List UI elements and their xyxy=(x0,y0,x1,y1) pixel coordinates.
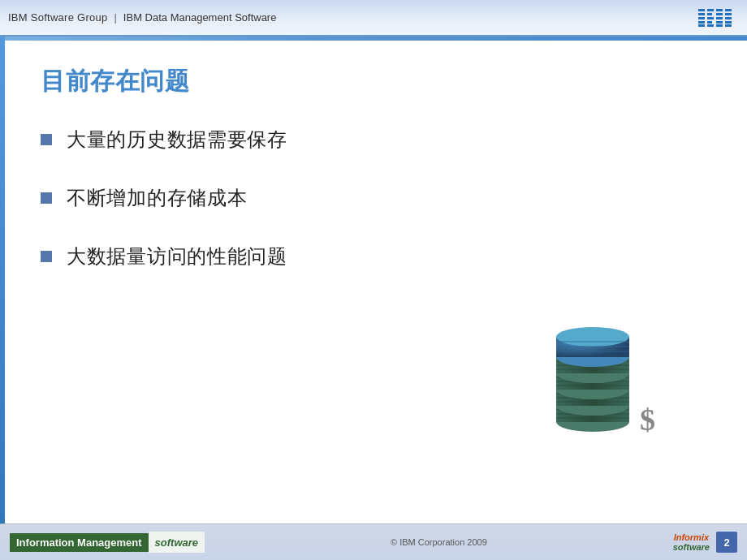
footer-informix-logo: Informix software xyxy=(673,532,710,552)
footer-software-text: software xyxy=(155,536,198,549)
main-content: 目前存在问题 大量的历史数据需要保存 不断增加的存储成本 大数据量访问的性能问题 xyxy=(0,37,747,523)
svg-rect-3 xyxy=(698,21,705,24)
slide-title: 目前存在问题 xyxy=(41,65,706,98)
bullet-marker-icon xyxy=(41,251,52,262)
svg-rect-9 xyxy=(707,24,714,27)
page-number: 2 xyxy=(716,532,737,553)
footer-right: Informix software 2 xyxy=(673,532,737,553)
footer-info-management: Information Management xyxy=(10,533,149,552)
footer-informix-top-text: Informix xyxy=(674,532,709,542)
bullet-marker-icon xyxy=(41,192,52,204)
header-title: IBM Software Group xyxy=(8,11,107,24)
list-item: 大数据量访问的性能问题 xyxy=(41,243,706,269)
svg-rect-7 xyxy=(707,17,714,19)
footer-left: Information Management software xyxy=(10,532,205,553)
footer-copyright: © IBM Corporation 2009 xyxy=(205,537,673,547)
svg-point-46 xyxy=(556,327,629,347)
svg-rect-12 xyxy=(716,17,723,19)
footer-bar: Information Management software © IBM Co… xyxy=(0,523,747,560)
svg-rect-6 xyxy=(707,13,712,15)
header-left: IBM Software Group | IBM Data Management… xyxy=(8,11,276,24)
svg-rect-10 xyxy=(716,9,723,11)
bullet-text: 大数据量访问的性能问题 xyxy=(67,243,287,269)
svg-rect-16 xyxy=(725,13,732,15)
list-item: 不断增加的存储成本 xyxy=(41,185,706,211)
svg-rect-19 xyxy=(725,24,732,27)
list-item: 大量的历史数据需要保存 xyxy=(41,127,706,153)
svg-rect-14 xyxy=(716,24,723,27)
svg-rect-2 xyxy=(698,17,705,19)
svg-rect-15 xyxy=(725,9,732,11)
database-illustration: $ xyxy=(520,280,682,442)
header-subtitle: IBM Data Management Software xyxy=(123,11,277,24)
svg-rect-4 xyxy=(698,24,705,27)
svg-rect-0 xyxy=(698,9,705,11)
svg-rect-18 xyxy=(725,21,732,24)
bullet-text: 不断增加的存储成本 xyxy=(67,185,247,211)
left-accent-bar xyxy=(0,37,5,523)
svg-rect-8 xyxy=(707,21,712,24)
header-bar: IBM Software Group | IBM Data Management… xyxy=(0,0,747,37)
footer-info-management-text: Information Management xyxy=(16,536,142,549)
svg-rect-13 xyxy=(716,21,723,24)
footer-informix-bottom-text: software xyxy=(673,542,710,552)
ibm-logo-icon xyxy=(698,9,737,27)
footer-software-label: software xyxy=(149,532,205,553)
header-divider: | xyxy=(114,11,116,24)
bullet-list: 大量的历史数据需要保存 不断增加的存储成本 大数据量访问的性能问题 xyxy=(41,127,706,269)
svg-rect-11 xyxy=(716,13,723,15)
content-area: 目前存在问题 大量的历史数据需要保存 不断增加的存储成本 大数据量访问的性能问题 xyxy=(0,41,747,286)
svg-rect-17 xyxy=(725,17,732,19)
svg-rect-1 xyxy=(698,13,705,15)
svg-rect-5 xyxy=(707,9,714,11)
svg-text:$: $ xyxy=(640,403,655,437)
bullet-text: 大量的历史数据需要保存 xyxy=(67,127,287,153)
bullet-marker-icon xyxy=(41,134,52,145)
